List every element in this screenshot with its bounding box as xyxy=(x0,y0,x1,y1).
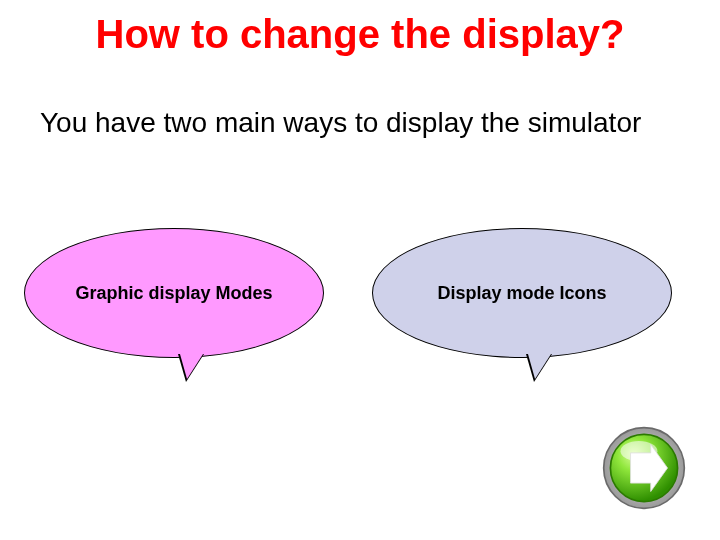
callout-tail-right xyxy=(526,354,552,382)
slide-body-text: You have two main ways to display the si… xyxy=(40,105,678,140)
slide-title: How to change the display? xyxy=(0,12,720,57)
option-graphic-display-modes[interactable]: Graphic display Modes xyxy=(24,228,324,358)
slide: How to change the display? You have two … xyxy=(0,0,720,540)
next-arrow-icon xyxy=(602,426,686,510)
callout-tail-left xyxy=(178,354,204,382)
option-label: Graphic display Modes xyxy=(75,283,272,304)
option-display-mode-icons[interactable]: Display mode Icons xyxy=(372,228,672,358)
next-button[interactable] xyxy=(602,426,686,510)
option-label: Display mode Icons xyxy=(437,283,606,304)
